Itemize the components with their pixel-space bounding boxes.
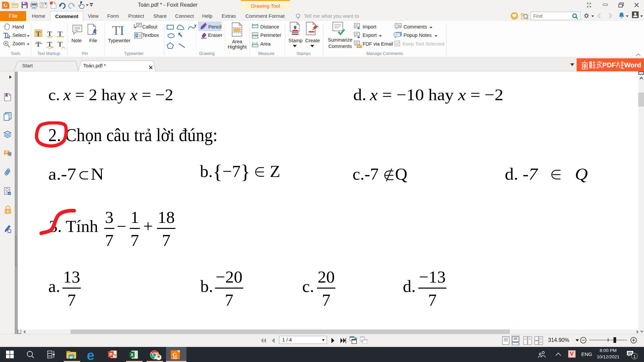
svg-text:G: G: [3, 3, 7, 8]
svg-text:PDF: PDF: [173, 357, 177, 359]
svg-text:P: P: [109, 352, 112, 357]
svg-text:X: X: [130, 352, 133, 357]
svg-text:A: A: [136, 34, 138, 37]
